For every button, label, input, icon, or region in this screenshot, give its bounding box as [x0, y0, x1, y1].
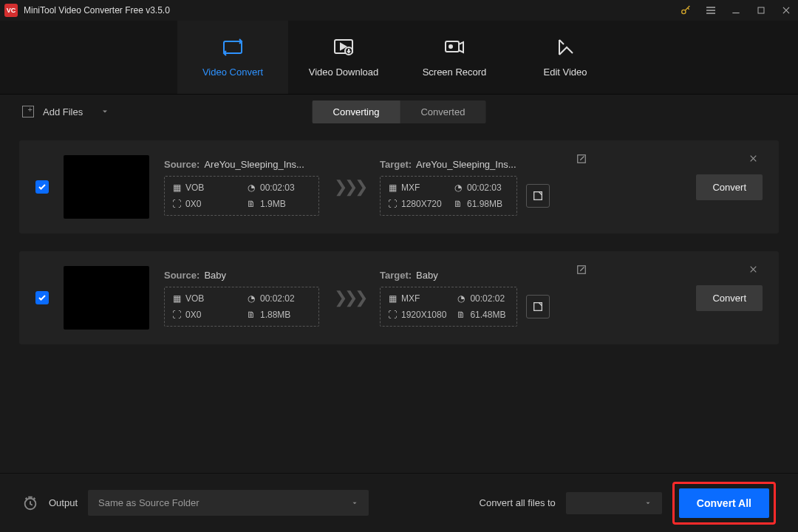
resolution-icon: ⛶ — [172, 310, 181, 319]
svg-point-7 — [449, 45, 452, 48]
add-file-icon — [22, 106, 34, 117]
format-icon: ▦ — [388, 183, 397, 192]
source-meta: Source: Baby ▦VOB ◔00:02:02 ⛶0X0 🗎1.88MB — [164, 270, 319, 327]
download-icon — [332, 37, 355, 58]
tab-edit-video[interactable]: Edit Video — [510, 21, 621, 94]
edit-target-icon[interactable] — [576, 154, 587, 164]
clock-icon: ◔ — [457, 294, 466, 303]
target-duration: 00:02:03 — [467, 183, 502, 193]
add-files-label: Add Files — [43, 106, 83, 117]
resolution-icon: ⛶ — [388, 310, 397, 319]
target-size: 61.98MB — [467, 199, 502, 209]
svg-rect-1 — [758, 7, 764, 13]
source-format: VOB — [185, 183, 204, 193]
target-duration: 00:02:02 — [470, 293, 505, 304]
title-bar: VC MiniTool Video Converter Free v3.5.0 — [0, 0, 798, 21]
key-icon[interactable] — [678, 3, 693, 18]
target-stats: ▦MXF ◔00:02:02 ⛶1920X1080 🗎61.48MB — [380, 287, 517, 327]
convert-all-button[interactable]: Convert All — [679, 488, 769, 518]
settings-button[interactable] — [526, 184, 550, 208]
target-format: MXF — [401, 293, 420, 304]
target-meta: Target: AreYou_Sleeping_Ins... ▦MXF ◔00:… — [380, 159, 550, 216]
size-icon: 🗎 — [454, 200, 463, 208]
source-format: VOB — [185, 293, 204, 304]
target-resolution: 1920X1080 — [401, 310, 446, 320]
format-icon: ▦ — [388, 294, 397, 303]
target-meta: Target: Baby ▦MXF ◔00:02:02 ⛶1920X1080 🗎… — [380, 270, 550, 327]
remove-item-icon[interactable] — [748, 265, 758, 274]
maximize-icon[interactable] — [754, 3, 768, 18]
convert-icon — [222, 37, 244, 58]
schedule-icon[interactable] — [22, 495, 38, 511]
file-list: Source: AreYou_Sleeping_Ins... ▦VOB ◔00:… — [0, 129, 798, 473]
add-files-button[interactable]: Add Files — [22, 106, 109, 117]
clock-icon: ◔ — [454, 183, 463, 192]
format-icon: ▦ — [172, 294, 181, 303]
source-label: Source: — [164, 270, 200, 281]
status-segment: Converting Converted — [313, 100, 486, 123]
thumbnail — [64, 266, 149, 330]
source-meta: Source: AreYou_Sleeping_Ins... ▦VOB ◔00:… — [164, 159, 319, 216]
convert-button[interactable]: Convert — [696, 285, 763, 311]
record-icon — [443, 37, 466, 58]
source-filename: AreYou_Sleeping_Ins... — [204, 159, 304, 170]
size-icon: 🗎 — [247, 200, 256, 208]
tab-video-download[interactable]: Video Download — [288, 21, 399, 94]
size-icon: 🗎 — [247, 310, 256, 319]
source-size: 1.88MB — [260, 310, 290, 320]
tab-label: Edit Video — [543, 66, 587, 78]
menu-icon[interactable] — [703, 3, 718, 18]
source-stats: ▦VOB ◔00:02:02 ⛶0X0 🗎1.88MB — [164, 287, 319, 327]
target-filename: Baby — [416, 270, 438, 281]
toolbar: Add Files Converting Converted — [0, 95, 798, 129]
segment-converting[interactable]: Converting — [313, 100, 400, 123]
thumbnail — [64, 155, 149, 219]
checkbox[interactable] — [35, 180, 49, 194]
file-item: Source: Baby ▦VOB ◔00:02:02 ⛶0X0 🗎1.88MB… — [19, 251, 779, 344]
source-size: 1.9MB — [260, 199, 286, 209]
minimize-icon[interactable] — [729, 3, 743, 18]
tab-video-convert[interactable]: Video Convert — [177, 21, 288, 94]
resolution-icon: ⛶ — [388, 200, 397, 208]
target-resolution: 1280X720 — [401, 199, 442, 209]
tab-label: Video Convert — [202, 66, 263, 78]
clock-icon: ◔ — [247, 183, 256, 192]
target-size: 61.48MB — [470, 310, 505, 320]
convert-button[interactable]: Convert — [696, 174, 763, 200]
checkbox[interactable] — [35, 291, 49, 304]
tab-screen-record[interactable]: Screen Record — [399, 21, 510, 94]
source-resolution: 0X0 — [185, 199, 201, 209]
target-label: Target: — [380, 159, 412, 170]
resolution-icon: ⛶ — [172, 200, 181, 208]
chevron-down-icon[interactable] — [100, 107, 109, 116]
source-filename: Baby — [204, 270, 226, 281]
settings-button[interactable] — [526, 295, 550, 318]
remove-item-icon[interactable] — [748, 154, 758, 163]
source-stats: ▦VOB ◔00:02:03 ⛶0X0 🗎1.9MB — [164, 176, 319, 216]
close-icon[interactable] — [779, 3, 794, 18]
highlight-ring: Convert All — [672, 482, 776, 525]
source-label: Source: — [164, 159, 200, 170]
target-format: MXF — [401, 183, 420, 193]
source-duration: 00:02:02 — [260, 293, 295, 304]
chevron-down-icon — [351, 499, 358, 507]
tab-label: Video Download — [309, 66, 378, 78]
arrow-icon: ❯❯❯ — [334, 177, 365, 197]
app-logo: VC — [4, 4, 18, 17]
output-label: Output — [49, 497, 78, 508]
edit-target-icon[interactable] — [576, 265, 587, 275]
output-folder-select[interactable]: Same as Source Folder — [88, 490, 369, 516]
target-format-select[interactable] — [566, 492, 662, 514]
chevron-down-icon — [644, 499, 652, 507]
target-stats: ▦MXF ◔00:02:03 ⛶1280X720 🗎61.98MB — [380, 176, 517, 216]
segment-converted[interactable]: Converted — [400, 100, 485, 123]
source-resolution: 0X0 — [185, 310, 201, 320]
target-filename: AreYou_Sleeping_Ins... — [416, 159, 516, 170]
footer: Output Same as Source Folder Convert all… — [0, 473, 798, 532]
tab-label: Screen Record — [423, 66, 487, 78]
source-duration: 00:02:03 — [260, 183, 295, 193]
format-icon: ▦ — [172, 183, 181, 192]
svg-rect-2 — [224, 41, 242, 53]
convert-all-to-label: Convert all files to — [480, 497, 556, 508]
svg-point-0 — [682, 10, 686, 13]
